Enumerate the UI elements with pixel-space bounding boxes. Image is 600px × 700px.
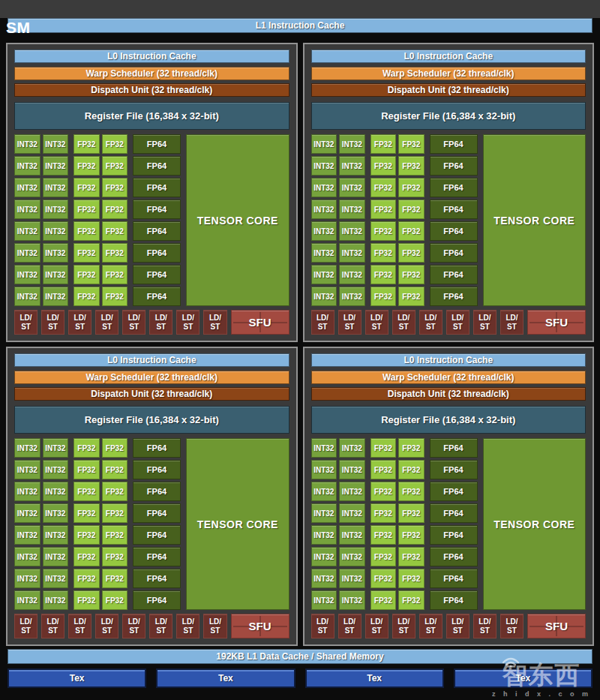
int32-core: INT32 [14, 590, 40, 610]
fp32-core: FP32 [102, 134, 128, 154]
int32-core-block: INT32INT32INT32INT32INT32INT32INT32INT32… [311, 438, 365, 610]
int32-core: INT32 [43, 178, 69, 197]
register-file-bar: Register File (16,384 x 32-bit) [14, 406, 290, 434]
fp32-core: FP32 [398, 569, 424, 588]
fp32-core: FP32 [398, 460, 424, 479]
int32-core: INT32 [43, 503, 69, 523]
fp64-core: FP64 [133, 525, 181, 545]
int32-core: INT32 [311, 265, 338, 284]
int32-core: INT32 [339, 590, 365, 610]
fp32-core: FP32 [398, 221, 424, 241]
fp32-core-block: FP32FP32FP32FP32FP32FP32FP32FP32FP32FP32… [370, 134, 424, 306]
ldst-label-line2: ST [345, 626, 355, 635]
ldst-label-line2: ST [426, 626, 436, 635]
int32-core: INT32 [311, 503, 338, 523]
tex-units-row: TexTexTexTex [8, 668, 592, 688]
int32-core: INT32 [311, 569, 338, 588]
fp32-core: FP32 [74, 200, 100, 219]
int32-core: INT32 [339, 503, 365, 523]
ldst-unit: LD/ST [68, 310, 92, 335]
fp32-core: FP32 [370, 503, 397, 523]
int32-core-block: INT32INT32INT32INT32INT32INT32INT32INT32… [311, 134, 365, 306]
ldst-unit: LD/ST [14, 614, 38, 638]
fp32-core: FP32 [74, 460, 100, 479]
fp32-core: FP32 [370, 265, 397, 284]
int32-core: INT32 [311, 590, 338, 610]
ldst-sfu-row: LD/STLD/STLD/STLD/STLD/STLD/STLD/STLD/ST… [311, 310, 586, 335]
fp64-core: FP64 [133, 134, 181, 154]
fp64-core: FP64 [133, 590, 181, 610]
ldst-label-line2: ST [426, 323, 436, 332]
register-file-bar: Register File (16,384 x 32-bit) [311, 406, 586, 434]
fp64-core: FP64 [133, 547, 181, 566]
ldst-unit: LD/ST [500, 614, 524, 638]
ldst-sfu-row: LD/STLD/STLD/STLD/STLD/STLD/STLD/STLD/ST… [311, 614, 586, 638]
fp64-core: FP64 [430, 503, 478, 523]
fp32-core: FP32 [74, 503, 100, 523]
ldst-label-line1: LD/ [316, 314, 328, 323]
ldst-label-line2: ST [75, 323, 85, 332]
sm-partitions-grid: L0 Instruction Cache Warp Scheduler (32 … [6, 43, 594, 646]
fp64-core-block: FP64FP64FP64FP64FP64FP64FP64FP64 [133, 134, 181, 306]
int32-core: INT32 [339, 200, 365, 219]
fp32-core: FP32 [102, 438, 128, 458]
int32-core: INT32 [339, 243, 365, 263]
int32-core: INT32 [339, 438, 365, 458]
int32-core: INT32 [311, 287, 338, 306]
ldst-label-line1: LD/ [370, 314, 382, 323]
fp32-core: FP32 [398, 525, 424, 545]
int32-core: INT32 [14, 482, 40, 501]
int32-core: INT32 [339, 460, 365, 479]
int32-core: INT32 [43, 200, 69, 219]
ldst-label-line1: LD/ [316, 617, 328, 626]
fp32-core: FP32 [370, 525, 397, 545]
int32-core: INT32 [14, 569, 40, 588]
l1-data-cache-shared-memory-bar: 192KB L1 Data Cache / Shared Memory [8, 649, 592, 664]
fp32-core: FP32 [74, 482, 100, 501]
ldst-label-line2: ST [507, 323, 517, 332]
ldst-unit: LD/ST [419, 310, 442, 335]
int32-core: INT32 [14, 221, 40, 241]
fp32-core: FP32 [74, 547, 100, 566]
fp64-core: FP64 [430, 178, 478, 197]
fp32-core: FP32 [74, 134, 100, 154]
tensor-core-label: TENSOR CORE [197, 518, 278, 530]
ldst-label-line1: LD/ [155, 314, 167, 323]
ldst-unit: LD/ST [203, 614, 226, 638]
ldst-label-line1: LD/ [370, 617, 382, 626]
fp64-core: FP64 [430, 243, 478, 263]
ldst-label-line2: ST [129, 323, 139, 332]
tensor-core-label: TENSOR CORE [494, 215, 574, 227]
int32-core: INT32 [339, 482, 365, 501]
fp32-core-block: FP32FP32FP32FP32FP32FP32FP32FP32FP32FP32… [74, 438, 128, 610]
tensor-core-label: TENSOR CORE [494, 518, 574, 530]
sfu-label: SFU [249, 620, 272, 632]
ldst-unit: LD/ST [500, 310, 524, 335]
fp64-core: FP64 [133, 178, 181, 197]
fp64-core: FP64 [133, 460, 181, 479]
ldst-label-line1: LD/ [424, 314, 436, 323]
int32-core: INT32 [14, 438, 40, 458]
ldst-unit: LD/ST [122, 310, 146, 335]
fp64-core-block: FP64FP64FP64FP64FP64FP64FP64FP64 [430, 438, 478, 610]
sfu-label: SFU [545, 620, 568, 632]
ldst-label-line1: LD/ [209, 314, 221, 323]
int32-core: INT32 [43, 243, 69, 263]
l0-instruction-cache-bar: L0 Instruction Cache [14, 50, 290, 63]
ldst-unit: LD/ST [419, 614, 442, 638]
ldst-label-line2: ST [156, 626, 166, 635]
fp64-core: FP64 [133, 200, 181, 219]
ldst-label-line1: LD/ [74, 314, 86, 323]
ldst-label-line2: ST [399, 626, 409, 635]
fp32-core: FP32 [102, 265, 128, 284]
ldst-sfu-row: LD/STLD/STLD/STLD/STLD/STLD/STLD/STLD/ST… [14, 310, 290, 335]
fp32-core: FP32 [398, 438, 424, 458]
ldst-label-line1: LD/ [424, 617, 436, 626]
fp32-core: FP32 [370, 569, 397, 588]
ldst-label-line2: ST [372, 626, 382, 635]
ldst-label-line2: ST [184, 626, 194, 635]
ldst-label-line2: ST [102, 626, 112, 635]
int32-core: INT32 [339, 156, 365, 176]
int32-core: INT32 [311, 178, 338, 197]
int32-core: INT32 [43, 134, 69, 154]
